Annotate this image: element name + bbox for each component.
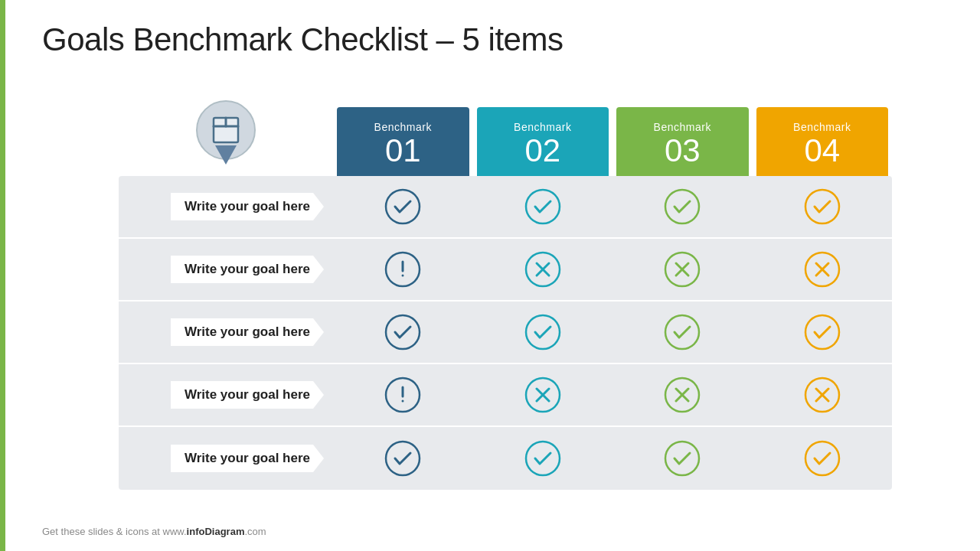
goal-label-3: Write your goal here <box>171 318 324 346</box>
benchmark-label-2: Benchmark <box>514 121 571 133</box>
benchmark-header-2: Benchmark 02 <box>477 107 609 176</box>
check-cell-r5-c1 <box>337 439 469 478</box>
check-cell-r4-c2 <box>477 375 609 415</box>
benchmark-header-1: Benchmark 01 <box>337 107 469 176</box>
check-cell-r1-c2 <box>477 187 609 227</box>
table-row: Write your goal here <box>119 302 892 364</box>
svg-point-40 <box>805 442 839 475</box>
left-accent <box>0 0 5 551</box>
check-cell-r3-c2 <box>477 312 609 352</box>
check-cell-r1-c1 <box>337 187 469 227</box>
benchmark-number-1: 01 <box>385 135 421 167</box>
pin-icon <box>194 99 259 172</box>
benchmark-number-4: 04 <box>804 135 840 167</box>
goal-label-1: Write your goal here <box>171 193 324 220</box>
svg-point-38 <box>526 442 560 475</box>
svg-point-27 <box>402 400 404 403</box>
footer-suffix: .com <box>244 526 266 537</box>
table-body: Write your goal here Write your goal her… <box>119 176 892 490</box>
svg-point-21 <box>386 315 420 349</box>
svg-point-22 <box>526 315 560 349</box>
header-row: Benchmark 01 Benchmark 02 Benchmark 03 B… <box>119 88 892 176</box>
check-cell-r3-c3 <box>616 312 749 352</box>
check-cell-r2-c2 <box>477 249 609 289</box>
svg-point-11 <box>402 275 404 277</box>
check-cell-r3-c1 <box>337 312 469 352</box>
goal-label-5: Write your goal here <box>171 445 324 472</box>
benchmark-label-3: Benchmark <box>654 121 711 133</box>
icon-cell <box>119 99 333 176</box>
footer-brand: infoDiagram <box>187 526 245 537</box>
check-cell-r5-c4 <box>756 439 889 478</box>
goal-label-4: Write your goal here <box>171 381 324 409</box>
benchmark-header-3: Benchmark 03 <box>616 107 749 176</box>
check-cell-r3-c4 <box>756 312 889 352</box>
check-cell-r4-c1 <box>337 375 469 415</box>
goal-cell-1: Write your goal here <box>119 193 333 220</box>
svg-point-6 <box>526 190 560 223</box>
goal-cell-2: Write your goal here <box>119 256 333 283</box>
check-cell-r2-c4 <box>756 249 889 289</box>
goal-cell-4: Write your goal here <box>119 381 333 409</box>
check-cell-r1-c4 <box>756 187 889 227</box>
check-cell-r4-c4 <box>756 375 889 415</box>
goal-cell-5: Write your goal here <box>119 445 333 472</box>
svg-point-8 <box>805 190 839 223</box>
benchmark-label-4: Benchmark <box>793 121 851 133</box>
benchmark-header-4: Benchmark 04 <box>756 107 889 176</box>
table-row: Write your goal here <box>119 427 892 490</box>
content-area: Benchmark 01 Benchmark 02 Benchmark 03 B… <box>119 88 892 501</box>
table-row: Write your goal here <box>119 239 892 302</box>
check-cell-r2-c3 <box>616 249 749 289</box>
svg-point-7 <box>665 190 699 223</box>
svg-point-5 <box>386 190 420 223</box>
check-cell-r5-c3 <box>616 439 749 478</box>
svg-point-37 <box>386 442 420 475</box>
table-row: Write your goal here <box>119 176 892 239</box>
svg-point-24 <box>805 315 839 349</box>
benchmark-label-1: Benchmark <box>374 121 432 133</box>
check-cell-r1-c3 <box>616 187 749 227</box>
check-cell-r2-c1 <box>337 249 469 289</box>
table-row: Write your goal here <box>119 364 892 427</box>
check-cell-r5-c2 <box>477 439 609 478</box>
svg-point-39 <box>665 442 699 475</box>
goal-label-2: Write your goal here <box>171 256 324 283</box>
page-title: Goals Benchmark Checklist – 5 items <box>42 21 563 58</box>
benchmark-number-2: 02 <box>524 135 560 167</box>
svg-point-23 <box>665 315 699 349</box>
check-cell-r4-c3 <box>616 375 749 415</box>
goal-cell-3: Write your goal here <box>119 318 333 346</box>
footer: Get these slides & icons at www.infoDiag… <box>42 526 266 537</box>
footer-prefix: Get these slides & icons at www. <box>42 526 187 537</box>
benchmark-number-3: 03 <box>665 135 701 167</box>
